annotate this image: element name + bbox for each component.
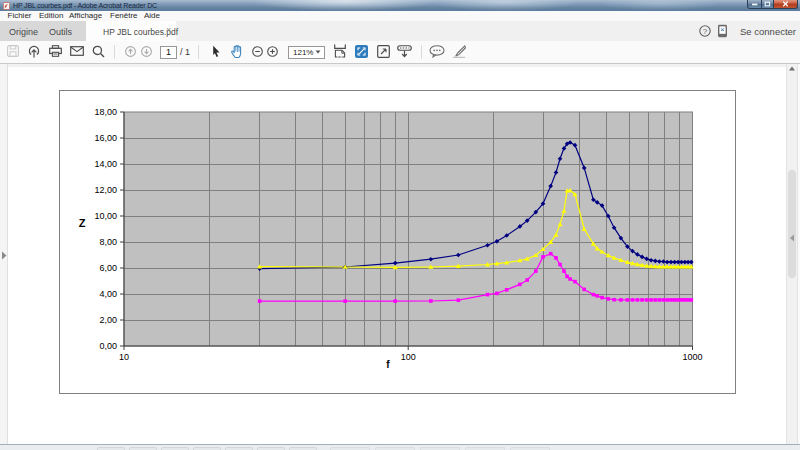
svg-text:12,00: 12,00 bbox=[94, 185, 117, 195]
svg-text:100: 100 bbox=[401, 352, 416, 362]
svg-text:14,00: 14,00 bbox=[94, 159, 117, 169]
svg-text:16,00: 16,00 bbox=[94, 133, 117, 143]
svg-text:Z: Z bbox=[79, 217, 86, 229]
svg-text:1000: 1000 bbox=[682, 352, 702, 362]
svg-text:0,00: 0,00 bbox=[99, 341, 117, 351]
svg-text:18,00: 18,00 bbox=[94, 107, 117, 117]
svg-text:2,00: 2,00 bbox=[99, 315, 117, 325]
svg-text:6,00: 6,00 bbox=[99, 263, 117, 273]
svg-text:10: 10 bbox=[119, 352, 129, 362]
svg-text:8,00: 8,00 bbox=[99, 237, 117, 247]
svg-text:f: f bbox=[386, 359, 390, 370]
svg-text:4,00: 4,00 bbox=[99, 289, 117, 299]
svg-text:10,00: 10,00 bbox=[94, 211, 117, 221]
